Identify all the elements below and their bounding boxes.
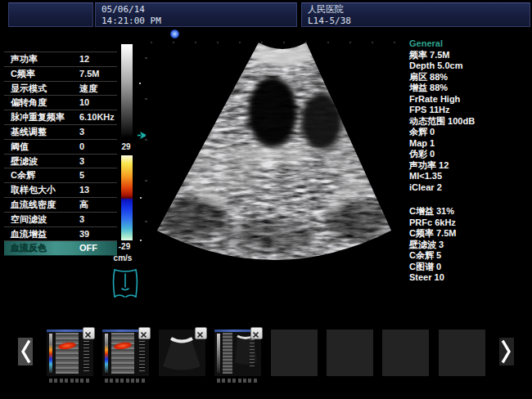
next-page-icon[interactable] — [499, 338, 514, 365]
readout-line: C图谱 0 — [409, 262, 530, 273]
parameter-row[interactable]: 脉冲重复频率 6.10KHz — [4, 110, 117, 125]
readout-panel: General 频率 7.5M Depth 5.0cm 扇区 88% 增益 88… — [409, 38, 530, 284]
probe-orientation-marker — [170, 29, 179, 38]
hospital-box: 人民医院 L14-5/38 — [301, 2, 530, 27]
parameter-row[interactable]: 血流反色 OFF — [4, 241, 117, 256]
parameter-row[interactable]: 阈值 0 — [4, 140, 117, 155]
close-icon — [83, 330, 92, 339]
thumbnail-close-button[interactable] — [83, 327, 95, 339]
parameter-row[interactable]: 壁滤波 3 — [4, 155, 117, 169]
velocity-min: -29 — [112, 242, 137, 251]
ultrasound-image[interactable] — [146, 31, 404, 281]
parameter-value: 7.5M — [79, 67, 99, 81]
parameter-label: 显示模式 — [11, 82, 47, 96]
thumbnail-frame-ticks — [105, 379, 147, 383]
image-thumbnail[interactable] — [439, 330, 485, 376]
parameter-row[interactable]: 血流增益 39 — [4, 227, 117, 242]
readout-line: C增益 31% — [409, 206, 530, 217]
parameter-label: 脉冲重复频率 — [11, 110, 65, 124]
mini-image — [56, 333, 79, 374]
parameter-row[interactable]: 显示模式 速度 — [4, 82, 117, 96]
thumbnail-frame-ticks — [217, 379, 259, 383]
parameter-row[interactable]: 基线调整 3 — [4, 125, 117, 140]
parameter-value: 3 — [79, 125, 84, 139]
scale-dot — [139, 83, 141, 84]
thumbnail-strip — [0, 330, 532, 387]
parameter-label: C频率 — [11, 67, 35, 81]
readout-line: Depth 5.0cm — [409, 61, 530, 72]
parameter-value: 10 — [79, 96, 89, 110]
readout-line: FrRate High — [409, 94, 530, 105]
thumbnail-frame-ticks — [49, 379, 91, 383]
readout-line: MI<1.35 — [409, 171, 530, 182]
readout-gap — [409, 193, 530, 206]
parameter-value: 6.10KHz — [79, 110, 115, 124]
readout-line: 增益 88% — [409, 83, 530, 94]
parameter-row[interactable]: 声功率 12 — [4, 52, 117, 67]
mini-text — [250, 336, 255, 369]
readout-line: iClear 2 — [409, 182, 530, 194]
parameter-row[interactable]: 血流线密度 高 — [4, 198, 117, 213]
image-thumbnail[interactable] — [159, 330, 205, 376]
parameter-row[interactable]: 取样包大小 13 — [4, 183, 117, 198]
prev-page-icon[interactable] — [18, 338, 33, 365]
parameter-value: 13 — [79, 183, 89, 197]
image-thumbnail[interactable] — [47, 330, 93, 376]
parameter-row[interactable]: 偏转角度 10 — [4, 96, 117, 110]
hospital-name: 人民医院 — [308, 4, 530, 16]
width-ruler-ticks — [151, 42, 399, 43]
image-thumbnail[interactable] — [271, 330, 318, 376]
parameter-label: 血流线密度 — [11, 198, 56, 212]
parameter-label: 取样包大小 — [11, 183, 56, 197]
readout-section-title: General — [409, 38, 530, 50]
image-thumbnail[interactable] — [382, 330, 429, 376]
parameter-row[interactable]: C余辉 5 — [4, 168, 117, 183]
parameter-value: 速度 — [79, 82, 97, 96]
readout-line: C余辉 5 — [409, 250, 530, 262]
parameter-value: 0 — [79, 140, 84, 154]
close-icon — [251, 330, 260, 339]
readout-line: C频率 7.5M — [409, 228, 530, 240]
mini-image — [111, 333, 134, 374]
velocity-unit: cm/s — [110, 253, 135, 262]
date-text: 05/06/14 — [101, 4, 296, 16]
scale-dot — [140, 197, 142, 199]
mini-colorbar — [105, 334, 108, 373]
thumbnail-close-button[interactable] — [138, 327, 151, 339]
parameter-value: 12 — [79, 52, 89, 66]
readout-line: 壁滤波 3 — [409, 240, 530, 251]
logo-box — [8, 2, 93, 27]
image-thumbnail[interactable] — [327, 330, 373, 376]
parameter-label: 阈值 — [11, 140, 29, 154]
parameter-label: 血流增益 — [11, 227, 47, 241]
sector-image — [146, 31, 404, 281]
parameter-row[interactable]: 空间滤波 3 — [4, 213, 117, 227]
time-text: 14:21:00 PM — [101, 16, 296, 27]
parameter-label: 偏转角度 — [11, 96, 47, 110]
scale-dot — [140, 240, 142, 241]
body-marker-icon[interactable] — [110, 264, 141, 303]
readout-line: Map 1 — [409, 138, 530, 150]
parameter-value: OFF — [79, 241, 97, 255]
parameter-value: 3 — [79, 213, 84, 226]
image-thumbnail[interactable] — [102, 330, 149, 376]
readout-line: Steer 10 — [409, 272, 530, 284]
parameter-label: 基线调整 — [11, 125, 47, 139]
image-thumbnail[interactable] — [214, 330, 261, 376]
thumbnail-close-button[interactable] — [250, 327, 263, 339]
grayscale-bar — [121, 44, 133, 137]
parameter-row[interactable]: C频率 7.5M — [4, 67, 117, 82]
parameter-panel: 声功率 12 C频率 7.5M 显示模式 速度 偏转角度 10 脉冲重复频率 6… — [4, 52, 117, 256]
color-doppler-bar — [121, 155, 133, 240]
parameter-label: C余辉 — [11, 168, 35, 182]
mini-colorbar — [49, 334, 52, 373]
close-icon — [196, 330, 205, 339]
readout-line: FPS 11Hz — [409, 105, 530, 116]
parameter-label: 空间滤波 — [11, 213, 47, 226]
parameter-value: 39 — [79, 227, 89, 241]
readout-line: 扇区 88% — [409, 72, 530, 83]
parameter-value: 高 — [79, 198, 88, 212]
thumbnail-close-button[interactable] — [195, 327, 207, 339]
readout-line: 动态范围 100dB — [409, 116, 530, 128]
parameter-label: 壁滤波 — [11, 155, 38, 168]
